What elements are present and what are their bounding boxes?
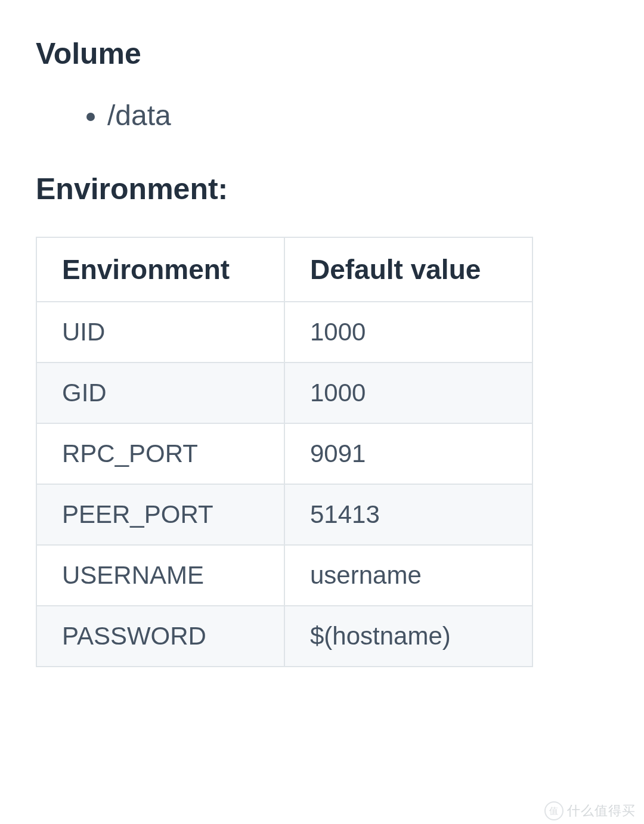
table-header-row: Environment Default value (36, 237, 532, 302)
env-value: username (284, 545, 532, 606)
env-value: 51413 (284, 484, 532, 545)
environment-table: Environment Default value UID 1000 GID 1… (36, 237, 533, 667)
env-name: GID (36, 363, 284, 423)
env-value: 1000 (284, 363, 532, 423)
env-name: UID (36, 302, 284, 363)
volume-list: /data (36, 95, 608, 135)
watermark: 值 什么值得买 (544, 801, 636, 820)
env-value: $(hostname) (284, 606, 532, 667)
table-row: USERNAME username (36, 545, 532, 606)
table-row: UID 1000 (36, 302, 532, 363)
env-name: PEER_PORT (36, 484, 284, 545)
table-row: PASSWORD $(hostname) (36, 606, 532, 667)
env-name: PASSWORD (36, 606, 284, 667)
env-name: RPC_PORT (36, 423, 284, 484)
table-row: RPC_PORT 9091 (36, 423, 532, 484)
col-environment: Environment (36, 237, 284, 302)
watermark-text: 什么值得买 (567, 802, 636, 820)
env-value: 9091 (284, 423, 532, 484)
watermark-icon: 值 (544, 801, 564, 820)
document-body: Volume /data Environment: Environment De… (0, 0, 644, 667)
env-value: 1000 (284, 302, 532, 363)
table-row: GID 1000 (36, 363, 532, 423)
environment-heading: Environment: (36, 171, 608, 207)
volume-item: /data (107, 95, 608, 135)
volume-heading: Volume (36, 36, 608, 72)
col-default-value: Default value (284, 237, 532, 302)
env-name: USERNAME (36, 545, 284, 606)
table-row: PEER_PORT 51413 (36, 484, 532, 545)
